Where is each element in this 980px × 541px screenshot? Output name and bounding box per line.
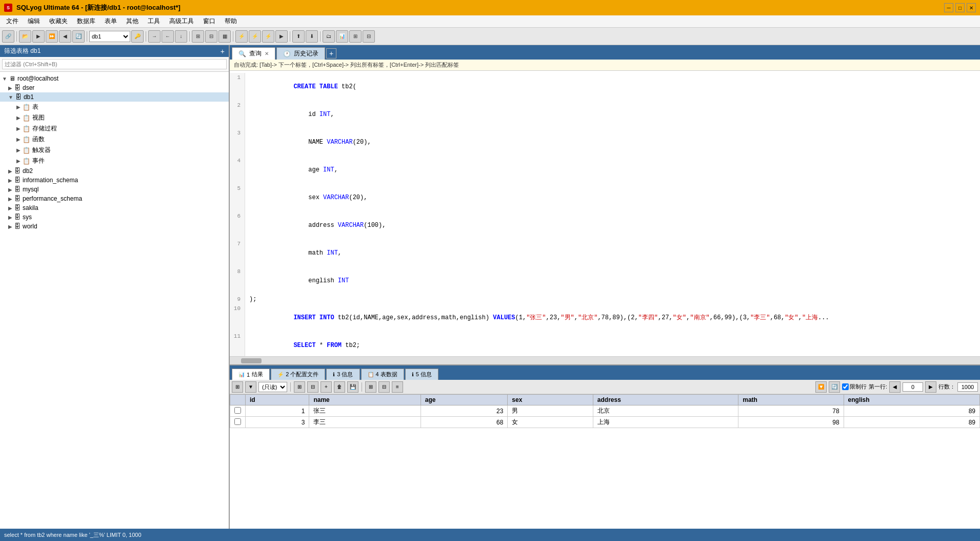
- table-row[interactable]: 3 李三 68 女 上海 98 89: [230, 417, 980, 428]
- tb-open[interactable]: 📂: [19, 30, 31, 43]
- row1-id[interactable]: 1: [246, 405, 309, 417]
- horizontal-scrollbar[interactable]: [230, 356, 980, 364]
- res-add-btn[interactable]: +: [321, 381, 332, 393]
- col-id[interactable]: id: [246, 395, 309, 405]
- tb-exec[interactable]: ⚡: [235, 30, 248, 43]
- tab-query[interactable]: 🔍 查询 ✕: [232, 47, 275, 60]
- col-math[interactable]: math: [738, 395, 844, 405]
- tree-sys[interactable]: ▶ 🗄 sys: [0, 212, 229, 222]
- menu-edit[interactable]: 编辑: [24, 16, 44, 27]
- res-save-btn[interactable]: 💾: [347, 381, 358, 393]
- tb-grid2[interactable]: ⊟: [363, 30, 375, 43]
- row2-age[interactable]: 68: [421, 417, 507, 428]
- tree-functions[interactable]: ▶ 📋 函数: [0, 134, 229, 145]
- row2-math[interactable]: 98: [738, 417, 844, 428]
- add-tab-button[interactable]: +: [326, 48, 336, 59]
- limit-row-checkbox-label[interactable]: 限制行: [842, 383, 867, 391]
- tb-back[interactable]: ◀: [59, 30, 71, 43]
- restore-button[interactable]: □: [955, 3, 965, 12]
- res-grid-btn[interactable]: ⊞: [365, 381, 376, 393]
- row2-address[interactable]: 上海: [593, 417, 738, 428]
- menu-file[interactable]: 文件: [2, 16, 23, 27]
- row1-address[interactable]: 北京: [593, 405, 738, 417]
- tb-schema2[interactable]: 📊: [336, 30, 348, 43]
- result-tab-1[interactable]: 📊 1 结果: [232, 369, 270, 380]
- tb-down[interactable]: ↓: [175, 30, 187, 43]
- tb-table[interactable]: ⊞: [192, 30, 204, 43]
- editor-content[interactable]: 1 CREATE TABLE tb2( 2 id INT, 3 NAME VAR…: [230, 71, 980, 356]
- tb-exec4[interactable]: ▶: [275, 30, 288, 43]
- close-button[interactable]: ✕: [967, 3, 976, 12]
- res-copy-btn[interactable]: ⊞: [294, 381, 305, 393]
- col-english[interactable]: english: [844, 395, 979, 405]
- tree-sakila[interactable]: ▶ 🗄 sakila: [0, 203, 229, 212]
- editor-area[interactable]: 1 CREATE TABLE tb2( 2 id INT, 3 NAME VAR…: [230, 71, 980, 356]
- next-page-btn[interactable]: ▶: [925, 381, 936, 393]
- tb-run2[interactable]: ⏩: [46, 30, 58, 43]
- res-export-btn[interactable]: ⊞: [232, 381, 243, 393]
- col-name[interactable]: name: [309, 395, 421, 405]
- menu-other[interactable]: 其他: [122, 16, 143, 27]
- tree-world[interactable]: ▶ 🗄 world: [0, 222, 229, 231]
- table-row[interactable]: 1 张三 23 男 北京 78 89: [230, 405, 980, 417]
- res-text-btn[interactable]: ≡: [392, 381, 403, 393]
- menu-table[interactable]: 表单: [101, 16, 121, 27]
- row1-math[interactable]: 78: [738, 405, 844, 417]
- tree-perf-schema[interactable]: ▶ 🗄 performance_schema: [0, 194, 229, 203]
- menu-help[interactable]: 帮助: [221, 16, 241, 27]
- row2-id[interactable]: 3: [246, 417, 309, 428]
- prev-page-btn[interactable]: ◀: [889, 381, 901, 393]
- tree-db1[interactable]: ▼ 🗄 db1: [0, 92, 229, 102]
- row1-checkbox[interactable]: [230, 405, 246, 417]
- tb-key[interactable]: 🔑: [131, 30, 144, 43]
- tb-export[interactable]: ⬇: [306, 30, 318, 43]
- data-table-container[interactable]: id name age sex address math english 1: [230, 394, 980, 529]
- result-mode-select[interactable]: (只读): [258, 382, 287, 392]
- row-start-input[interactable]: [903, 382, 923, 392]
- res-refresh-btn[interactable]: 🔄: [829, 381, 840, 393]
- row2-checkbox[interactable]: [230, 417, 246, 428]
- menu-favorites[interactable]: 收藏夹: [45, 16, 72, 27]
- limit-row-checkbox[interactable]: [842, 383, 849, 390]
- tree-mysql[interactable]: ▶ 🗄 mysql: [0, 185, 229, 194]
- tb-refresh[interactable]: 🔄: [72, 30, 85, 43]
- menu-window[interactable]: 窗口: [199, 16, 219, 27]
- menu-database[interactable]: 数据库: [73, 16, 99, 27]
- tree-information-schema[interactable]: ▶ 🗄 information_schema: [0, 176, 229, 185]
- result-tab-2[interactable]: ⚡ 2 个配置文件: [271, 369, 325, 380]
- tb-grid[interactable]: ⊞: [349, 30, 362, 43]
- result-tab-5[interactable]: ℹ 5 信息: [405, 369, 438, 380]
- result-tab-3[interactable]: ℹ 3 信息: [326, 369, 359, 380]
- tree-procedures[interactable]: ▶ 📋 存储过程: [0, 123, 229, 134]
- tree-events[interactable]: ▶ 📋 事件: [0, 156, 229, 166]
- res-form-btn[interactable]: ⊟: [378, 381, 390, 393]
- col-address[interactable]: address: [593, 395, 738, 405]
- result-tab-4[interactable]: 📋 4 表数据: [361, 369, 404, 380]
- col-age[interactable]: age: [421, 395, 507, 405]
- tree-triggers[interactable]: ▶ 📋 触发器: [0, 145, 229, 156]
- tb-import[interactable]: ⬆: [292, 30, 305, 43]
- row1-english[interactable]: 89: [844, 405, 979, 417]
- res-filter-btn[interactable]: 🔽: [815, 381, 827, 393]
- query-tab-close[interactable]: ✕: [265, 51, 269, 56]
- row2-sex[interactable]: 女: [508, 417, 593, 428]
- db-selector[interactable]: db1: [89, 31, 130, 42]
- row1-sex[interactable]: 男: [508, 405, 593, 417]
- tb-exec3[interactable]: ⚡: [262, 30, 274, 43]
- menu-advanced[interactable]: 高级工具: [165, 16, 198, 27]
- minimize-button[interactable]: ─: [944, 3, 953, 12]
- tab-history[interactable]: 🕐 历史记录: [276, 47, 325, 60]
- tree-db2[interactable]: ▶ 🗄 db2: [0, 166, 229, 176]
- row-count-input[interactable]: [957, 382, 978, 392]
- row1-age[interactable]: 23: [421, 405, 507, 417]
- sidebar-close[interactable]: +: [221, 47, 225, 55]
- tb-table2[interactable]: ⊟: [205, 30, 217, 43]
- tree-root[interactable]: ▼ 🖥 root@localhost: [0, 74, 229, 83]
- res-delete-btn[interactable]: 🗑: [334, 381, 345, 393]
- filter-input[interactable]: [2, 59, 227, 69]
- menu-tools[interactable]: 工具: [144, 16, 164, 27]
- tb-new-conn[interactable]: 🔗: [2, 30, 14, 43]
- tb-schema[interactable]: 🗂: [323, 30, 335, 43]
- tree-tables[interactable]: ▶ 📋 表: [0, 102, 229, 112]
- row2-english[interactable]: 89: [844, 417, 979, 428]
